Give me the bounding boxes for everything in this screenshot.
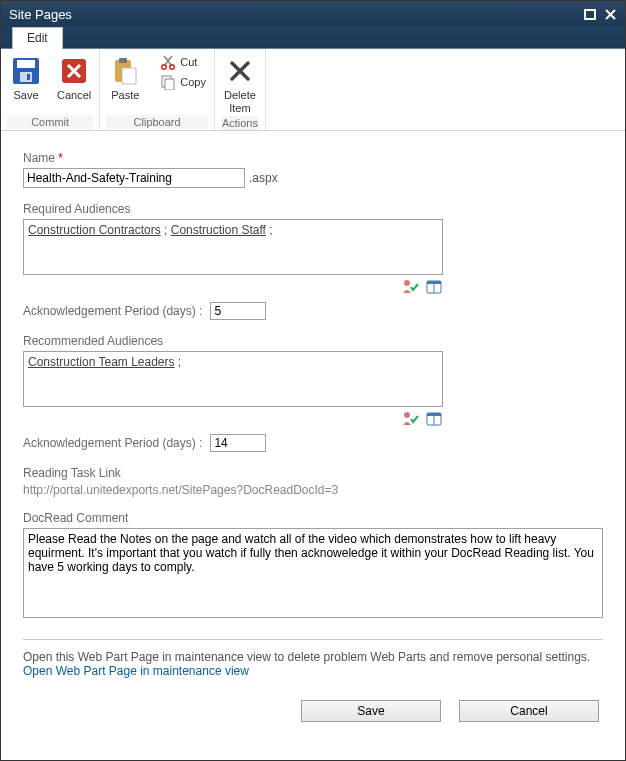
svg-rect-7	[119, 58, 127, 63]
name-suffix: .aspx	[249, 171, 278, 185]
ribbon-group-commit-label: Commit	[7, 115, 93, 129]
form-save-button[interactable]: Save	[301, 700, 441, 722]
cancel-label: Cancel	[57, 89, 91, 102]
recommended-ack-input[interactable]	[210, 434, 266, 452]
svg-point-13	[404, 280, 410, 286]
copy-button[interactable]: Copy	[158, 73, 208, 91]
required-audiences-label: Required Audiences	[23, 202, 603, 216]
svg-point-9	[162, 65, 167, 70]
reading-task-link-url: http://portal.unitedexports.net/SitePage…	[23, 483, 603, 497]
required-ack-label: Acknowledgement Period (days) :	[23, 304, 202, 318]
maintenance-link[interactable]: Open Web Part Page in maintenance view	[23, 664, 249, 678]
name-label: Name *	[23, 151, 603, 165]
audience-item: Construction Staff	[171, 223, 266, 237]
svg-rect-2	[17, 60, 35, 68]
required-audiences-box[interactable]: Construction Contractors ; Construction …	[23, 219, 443, 275]
cancel-icon	[58, 55, 90, 87]
maximize-icon[interactable]	[583, 7, 597, 21]
save-icon	[10, 55, 42, 87]
svg-point-17	[404, 412, 410, 418]
docread-comment-textarea[interactable]	[23, 528, 603, 618]
cut-button[interactable]: Cut	[158, 53, 208, 71]
svg-rect-8	[122, 68, 136, 84]
window-title: Site Pages	[9, 7, 72, 22]
svg-rect-12	[165, 79, 174, 90]
recommended-ack-label: Acknowledgement Period (days) :	[23, 436, 202, 450]
tab-edit[interactable]: Edit	[12, 27, 63, 49]
browse-icon[interactable]	[425, 278, 443, 296]
name-input[interactable]	[23, 168, 245, 188]
divider	[23, 639, 603, 640]
header-space: Edit	[1, 27, 625, 49]
svg-rect-15	[427, 281, 441, 284]
form-cancel-button[interactable]: Cancel	[459, 700, 599, 722]
delete-item-label: Delete Item	[224, 89, 256, 114]
ribbon-group-actions-label: Actions	[221, 116, 259, 130]
audience-item: Construction Contractors	[28, 223, 161, 237]
delete-item-button[interactable]: Delete Item	[221, 53, 259, 116]
svg-rect-19	[427, 413, 441, 416]
paste-button[interactable]: Paste	[106, 53, 144, 104]
svg-rect-3	[20, 72, 32, 82]
recommended-audiences-label: Recommended Audiences	[23, 334, 603, 348]
cut-label: Cut	[180, 56, 197, 68]
cancel-button[interactable]: Cancel	[55, 53, 93, 104]
reading-task-link-label: Reading Task Link	[23, 466, 603, 480]
ribbon-group-clipboard: Paste Cut Copy Clipboard	[100, 49, 215, 130]
svg-rect-4	[27, 74, 30, 80]
recommended-audiences-box[interactable]: Construction Team Leaders ;	[23, 351, 443, 407]
close-icon[interactable]	[603, 7, 617, 21]
svg-rect-0	[585, 10, 595, 19]
browse-icon[interactable]	[425, 410, 443, 428]
audience-item: Construction Team Leaders	[28, 355, 175, 369]
cut-icon	[160, 54, 176, 70]
tab-label: Edit	[27, 31, 48, 45]
title-bar: Site Pages	[1, 1, 625, 27]
ribbon-group-actions: Delete Item Actions	[215, 49, 266, 130]
copy-icon	[160, 74, 176, 90]
paste-label: Paste	[111, 89, 139, 102]
save-button[interactable]: Save	[7, 53, 45, 104]
maintenance-text: Open this Web Part Page in maintenance v…	[23, 650, 603, 678]
svg-point-10	[170, 65, 175, 70]
copy-label: Copy	[180, 76, 206, 88]
check-names-icon[interactable]	[401, 410, 419, 428]
save-label: Save	[13, 89, 38, 102]
paste-icon	[109, 55, 141, 87]
ribbon-group-clipboard-label: Clipboard	[106, 115, 208, 129]
form-body: Name * .aspx Required Audiences Construc…	[1, 131, 625, 760]
required-ack-input[interactable]	[210, 302, 266, 320]
check-names-icon[interactable]	[401, 278, 419, 296]
ribbon: Save Cancel Commit Paste	[1, 49, 625, 131]
delete-icon	[224, 55, 256, 87]
ribbon-group-commit: Save Cancel Commit	[1, 49, 100, 130]
docread-comment-label: DocRead Comment	[23, 511, 603, 525]
